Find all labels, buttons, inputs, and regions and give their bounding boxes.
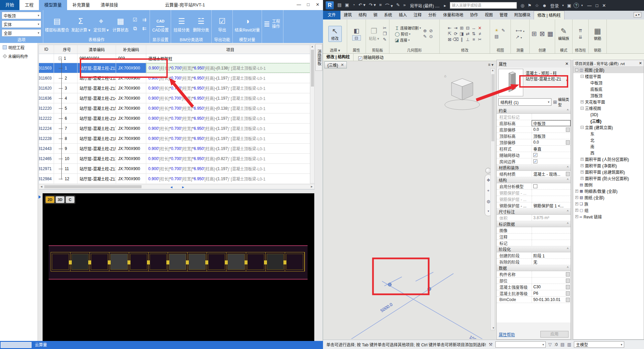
modify-tool-icon-8[interactable]: ⟳ xyxy=(453,31,459,37)
property-browse-button[interactable] xyxy=(566,285,570,289)
tree-item[interactable]: +面积平面 (总建筑面积) xyxy=(573,169,644,175)
select-link-icon[interactable]: ▥ xyxy=(567,342,571,347)
revit-logo[interactable]: R xyxy=(326,1,334,9)
property-browse-button[interactable] xyxy=(566,298,570,302)
tree-item[interactable]: +❑族 xyxy=(573,201,644,207)
tree-item[interactable]: +▢组 xyxy=(573,207,644,213)
tree-item[interactable]: +▧图纸 (全部) xyxy=(573,194,644,201)
property-row[interactable]: 顶部偏移0.0 xyxy=(497,139,571,146)
table-row[interactable]: 311620—3站厅层-混凝土柱-Z13JX:700X9000.900' [柱长… xyxy=(39,83,314,93)
search-community-icon[interactable]: ◎ xyxy=(519,3,526,8)
modify-tool-icon-2[interactable]: ⇥ xyxy=(453,26,459,31)
ribbon-collapse-icon[interactable]: ▴ ▾ xyxy=(634,12,641,17)
paste-button[interactable]: ❐粘贴 ▾ xyxy=(367,26,381,42)
tree-item[interactable]: −◫视图 (全部) xyxy=(573,67,644,73)
ribbon-button[interactable]: Σ发起计算 ▾ xyxy=(71,16,90,33)
view-button-c[interactable]: C xyxy=(66,196,74,203)
view-tool-icon[interactable]: ▤ xyxy=(494,34,500,39)
type-selector[interactable]: 混凝土 - 矩形 - 柱 站厅层-混凝土柱-Z1 xyxy=(526,71,565,82)
table-row[interactable]: 312224—7站厅层-混凝土柱-Z17JX:700X9000.900' [柱长… xyxy=(39,123,314,134)
viewcube[interactable]: ⌂ xyxy=(442,72,482,116)
property-browse-button[interactable] xyxy=(566,140,570,145)
property-section[interactable]: 尺寸标注^ xyxy=(497,209,571,215)
tree-item[interactable]: −立面 (建筑立面) xyxy=(573,124,644,131)
tree-item[interactable]: +▤图例 xyxy=(573,182,644,188)
maximize-icon[interactable]: □ xyxy=(596,3,598,8)
revit-tab-10[interactable]: 协作 xyxy=(467,11,481,19)
title-expand-icon[interactable]: ▸ xyxy=(442,3,448,8)
sidebar-item-2[interactable]: 未编码构件 xyxy=(0,52,38,60)
close-icon[interactable]: ✕ xyxy=(315,0,321,9)
property-browse-button[interactable] xyxy=(566,279,570,283)
geometry-item-3[interactable]: ◪连接▾ xyxy=(395,37,421,43)
revit-tab-12[interactable]: 管理 xyxy=(496,11,511,19)
category-selector[interactable]: 结构柱 (1) ▾ xyxy=(498,98,551,106)
property-row[interactable]: 部位 xyxy=(497,278,571,284)
filter-select-3[interactable]: 全部▾ xyxy=(2,29,41,37)
left-tab-3[interactable]: 模型算量 xyxy=(39,0,67,10)
properties-icon[interactable]: ◧ xyxy=(352,27,361,35)
table-row[interactable]: 312220—5站厅层-混凝土柱-Z15JX:700X9000.900' [柱长… xyxy=(39,103,314,113)
modify-tool-icon-3[interactable]: ⊞ xyxy=(459,26,465,31)
revit-tab-7[interactable]: 注释 xyxy=(410,11,425,19)
property-row[interactable]: 混凝土强度等级C30 xyxy=(497,284,571,290)
property-row[interactable]: 底部标高中板顶 xyxy=(497,120,571,127)
tree-item[interactable]: +天花板平面 xyxy=(573,99,644,105)
modify-tool-icon-6[interactable]: ✕ xyxy=(477,26,483,31)
property-row[interactable]: 拆除的阶段无 xyxy=(497,259,571,265)
select-toggle-icon[interactable]: ▤ xyxy=(560,342,565,347)
tree-item[interactable]: +{3D} xyxy=(573,111,644,118)
search-input[interactable]: 键入关键字或短语 xyxy=(450,2,517,9)
context-tab[interactable]: 修改 | 结构柱 xyxy=(534,11,565,19)
left-tab-5[interactable]: 清单挂接 xyxy=(95,0,123,10)
modify-tool-icon-5[interactable]: ↔ xyxy=(471,26,477,31)
geometry-icon[interactable]: ⊙ xyxy=(428,34,434,39)
tree-expander-icon[interactable]: + xyxy=(581,177,584,180)
modify-tool-icon-17[interactable]: ≡ xyxy=(471,37,477,42)
property-section[interactable]: 阶段化^ xyxy=(497,246,571,252)
clipboard-icon-1[interactable]: ✂ xyxy=(382,26,388,31)
sidebar-item-1[interactable]: 明挖工程 xyxy=(0,43,38,52)
pennant-icon[interactable]: ⚑ xyxy=(526,3,533,8)
tree-item[interactable]: +底板底 xyxy=(573,86,644,92)
table-row[interactable]: 312971—11站厅层-混凝土柱-Z111JX:700X9000.900' [… xyxy=(39,164,314,174)
ribbon-button[interactable]: ☰挂接分类 xyxy=(173,16,190,33)
sync-icon[interactable]: ◔ xyxy=(351,2,357,9)
modify-tool-icon-18[interactable]: ✂ xyxy=(477,37,483,42)
ribbon-button[interactable]: ◑结束Revit对量 xyxy=(234,16,260,33)
maximize-icon[interactable]: □ xyxy=(305,0,311,9)
revit-tab-11[interactable]: 视图 xyxy=(481,11,496,19)
measure-icon[interactable]: ⌒ ▾ xyxy=(383,2,394,9)
apply-button[interactable]: 应用 xyxy=(540,331,569,338)
splitter-arrow-icon[interactable] xyxy=(39,195,41,199)
tree-item[interactable]: +中板顶 xyxy=(573,80,644,86)
tree-expander-icon[interactable]: + xyxy=(581,100,584,103)
cad-viewport[interactable]: 2D3DC xyxy=(43,193,314,341)
property-row[interactable]: 钢筋保护层 - ...钢筋保护层 1 <... xyxy=(497,202,571,209)
property-row[interactable]: 柱定位标记 xyxy=(497,114,571,120)
clipboard-icon-2[interactable]: ❐ xyxy=(382,31,388,37)
tree-expander-icon[interactable]: − xyxy=(581,126,584,129)
tree-expander-icon[interactable]: + xyxy=(575,196,578,199)
filter-icon[interactable]: ▽ xyxy=(548,342,552,347)
open-icon[interactable]: ▤ xyxy=(336,2,343,9)
browser-close-icon[interactable]: ✕ xyxy=(639,61,642,65)
property-row[interactable]: 构件名称 xyxy=(497,271,571,278)
table-row[interactable]: 311603—2站厅层-混凝土柱-Z12JX:700X9000.900' [柱长… xyxy=(39,73,314,83)
edit-type-button[interactable]: ⊞ 编辑类型 xyxy=(553,97,570,107)
column-header[interactable]: 项目 xyxy=(146,45,314,54)
tree-item[interactable]: +{三维} xyxy=(573,118,644,124)
column-tool-icon[interactable]: ⇊ xyxy=(578,35,584,40)
property-row[interactable]: 随轴网移动✓ xyxy=(497,152,571,158)
geometry-icon[interactable]: ✎ xyxy=(422,34,428,39)
account-icon[interactable]: ☻ xyxy=(541,3,549,8)
table-row[interactable]: 312222—6站厅层-混凝土柱-Z16JX:700X9000.900' [柱长… xyxy=(39,113,314,123)
tree-expander-icon[interactable]: + xyxy=(581,158,584,161)
modify-tool-icon-9[interactable]: ◨ xyxy=(459,31,465,37)
column-tool-icon[interactable]: ⇈ xyxy=(578,28,584,34)
property-row[interactable]: 图像 xyxy=(497,227,571,234)
design-option-dropdown[interactable]: 主模型 ▾ xyxy=(574,341,624,348)
redo-icon[interactable]: ↷ ▾ xyxy=(367,2,377,9)
property-section[interactable]: 数据^ xyxy=(497,265,571,271)
revit-tab-1[interactable]: 文件 xyxy=(323,11,340,19)
